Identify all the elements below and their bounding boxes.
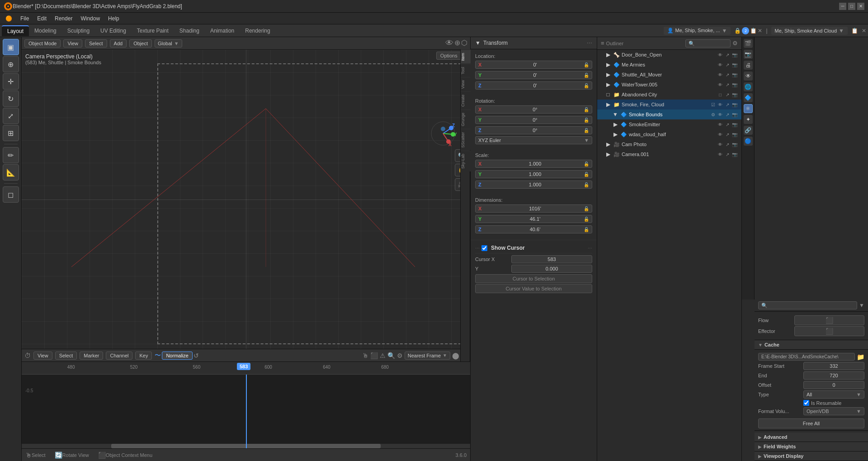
scale-x-lock[interactable]: 🔓 [584, 162, 589, 166]
frame-end-field[interactable]: 720 [803, 371, 864, 380]
outliner-item-shuttle[interactable]: ▶ 🔷 Shuttle_All_Mover 👁 ↗ 📷 [597, 70, 741, 80]
tab-uv-editing[interactable]: UV Editing [95, 26, 132, 36]
shuttle-render[interactable]: 📷 [731, 71, 738, 78]
watertower-render[interactable]: 📷 [731, 81, 738, 88]
tab-modeling[interactable]: Modeling [29, 26, 62, 36]
location-z-field[interactable]: Z 0' 🔓 [475, 81, 592, 90]
side-tab-sscatter[interactable]: SScatter [461, 129, 471, 151]
timeline-select-btn[interactable]: Select [55, 352, 77, 360]
smoke-fire-cloud-vis[interactable]: 👁 [717, 101, 723, 108]
scale-y-lock[interactable]: 🔓 [584, 172, 589, 177]
location-x-lock[interactable]: 🔓 [584, 62, 589, 67]
door-bone-render[interactable]: 📷 [731, 52, 738, 58]
abandoned-city-vis[interactable]: □ [717, 91, 723, 98]
tab-sculpting[interactable]: Sculpting [62, 26, 95, 36]
transform-options[interactable]: ⋯ [587, 40, 592, 46]
props-icon-output[interactable]: 🖨 [744, 61, 753, 70]
props-icon-render[interactable]: 📷 [744, 50, 753, 59]
smoke-fire-cloud-sel[interactable]: ↗ [724, 101, 731, 108]
location-x-field[interactable]: X 0' 🔓 [475, 61, 592, 69]
location-y-lock[interactable]: 🔓 [584, 73, 589, 78]
advanced-section-header[interactable]: ▶ Advanced [755, 432, 868, 442]
object-menu[interactable]: Object [129, 39, 152, 48]
cam-photo-vis[interactable]: 👁 [717, 141, 723, 147]
outliner-item-smoke-emitter[interactable]: ▶ 🔷 SmokeEmitter 👁 ↗ 📷 [597, 119, 741, 129]
tab-shading[interactable]: Shading [174, 26, 205, 36]
smoke-fire-cloud-checkbox[interactable]: ☑ [710, 101, 716, 108]
scale-y-field[interactable]: Y 1.000 🔓 [475, 170, 592, 178]
props-icon-physics[interactable]: ⚛ [744, 104, 753, 113]
side-tab-create[interactable]: Create [461, 91, 471, 109]
outliner-item-door-bone[interactable]: ▶ 🦴 Door_Bone_Open 👁 ↗ 📷 [597, 50, 741, 60]
menu-help[interactable]: Help [104, 14, 123, 23]
tool-transform[interactable]: ⊞ [3, 125, 19, 141]
transform-section-header[interactable]: ▼ Transform ⋯ [471, 37, 597, 49]
minimize-button[interactable]: ─ [839, 3, 846, 10]
smoke-emitter-sel[interactable]: ↗ [724, 121, 731, 128]
timeline-channel-btn[interactable]: Channel [106, 352, 132, 360]
tab-texture-paint[interactable]: Texture Paint [132, 26, 174, 36]
smoke-bounds-sel[interactable]: ↗ [724, 111, 731, 118]
me-armies-vis[interactable]: 👁 [717, 62, 723, 68]
effector-btn[interactable]: ⬛ [794, 326, 864, 336]
wdas-cloud-render[interactable]: 📷 [731, 131, 738, 138]
close-button[interactable]: ✕ [857, 3, 864, 10]
side-tab-skylab[interactable]: Sky-Lab [461, 151, 471, 171]
tool-measure[interactable]: 📐 [3, 164, 19, 181]
location-y-field[interactable]: Y 0' 🔓 [475, 71, 592, 79]
outliner-item-cam-photo[interactable]: ▶ 🎥 Cam Photo 👁 ↗ 📷 [597, 139, 741, 149]
outliner-item-smoke-fire-cloud[interactable]: ▶ 📁 Smoke, Fire, Cloud ☑ 👁 ↗ 📷 [597, 100, 741, 109]
shuttle-vis[interactable]: 👁 [717, 71, 723, 78]
cursor-panel-options[interactable]: ⋯ [475, 246, 480, 251]
outliner-item-smoke-bounds[interactable]: ▼ 🔷 Smoke Bounds ⚙ 👁 ↗ 📷 [597, 109, 741, 119]
camera001-sel[interactable]: ↗ [724, 151, 731, 157]
timeline-ruler[interactable]: 480 520 560 583 600 640 680 583 [22, 362, 470, 375]
tab-animation[interactable]: Animation [205, 26, 240, 36]
viewport-shading-btn[interactable]: ⬡ [461, 38, 467, 48]
menu-file[interactable]: File [17, 14, 33, 23]
dim-z-field[interactable]: Z 40.6' 🔓 [475, 225, 592, 233]
props-icon-view[interactable]: 👁 [744, 71, 753, 81]
is-resumable-checkbox[interactable] [803, 400, 809, 406]
normalize-refresh[interactable]: ↺ [193, 352, 199, 359]
side-tab-view[interactable]: View [461, 77, 471, 91]
door-bone-vis[interactable]: 👁 [717, 52, 723, 58]
outliner-item-abandoned-city[interactable]: □ 📁 Abandoned City □ ↗ 📷 [597, 90, 741, 100]
rotation-x-lock[interactable]: 🔓 [584, 107, 589, 112]
timeline-key-btn[interactable]: Key [135, 352, 152, 360]
view-menu[interactable]: View [63, 39, 82, 48]
transform-space-dropdown[interactable]: Global ▼ [155, 39, 182, 48]
viewport-gizmo[interactable]: Z Y X [429, 120, 457, 147]
cursor-x-field[interactable]: 583 [511, 255, 592, 263]
rotation-y-field[interactable]: Y 0° 🔓 [475, 116, 592, 124]
dim-x-field[interactable]: X 1016' 🔓 [475, 204, 592, 213]
maximize-button[interactable]: □ [848, 3, 855, 10]
timeline-view-btn[interactable]: View [33, 352, 52, 360]
scale-z-field[interactable]: Z 1.000 🔓 [475, 181, 592, 189]
camera001-vis[interactable]: 👁 [717, 151, 723, 157]
rotation-z-field[interactable]: Z 0° 🔓 [475, 126, 592, 134]
tool-annotate[interactable]: ✏ [3, 147, 19, 163]
tool-scale[interactable]: ⤢ [3, 108, 19, 124]
menu-edit[interactable]: Edit [33, 14, 50, 23]
wdas-cloud-vis[interactable]: 👁 [717, 131, 723, 138]
props-icon-scene[interactable]: 🎬 [744, 39, 753, 48]
smoke-bounds-render[interactable]: 📷 [731, 111, 738, 118]
props-icon-constraints[interactable]: 🔗 [744, 126, 753, 135]
tool-add-cube[interactable]: ◻ [3, 186, 19, 203]
cursor-value-to-selection-btn[interactable]: Cursor Value to Selection [475, 284, 592, 293]
cache-path-field[interactable]: E:\E-Blender 3D\S...AndSmokeCache\ [758, 353, 855, 361]
side-tab-tool[interactable]: Tool [461, 64, 471, 77]
outliner-search[interactable] [685, 39, 731, 48]
cam-photo-render[interactable]: 📷 [731, 141, 738, 147]
abandoned-city-excl[interactable]: ↗ [724, 91, 731, 98]
rotation-x-field[interactable]: X 0° 🔓 [475, 105, 592, 114]
tool-cursor[interactable]: ⊕ [3, 56, 19, 72]
playback-mode-dropdown[interactable]: Nearest Frame ▼ [405, 352, 450, 360]
smoke-bounds-filter-icon[interactable]: ⚙ [710, 111, 716, 118]
menu-blender[interactable]: 🟠 [2, 14, 16, 23]
props-icon-material[interactable]: 🔵 [744, 137, 753, 146]
rotation-mode-dropdown[interactable]: XYZ Euler ▼ [475, 136, 592, 144]
timeline-marker-btn[interactable]: Marker [80, 352, 103, 360]
overlay-btn[interactable]: 👁 [445, 38, 453, 48]
